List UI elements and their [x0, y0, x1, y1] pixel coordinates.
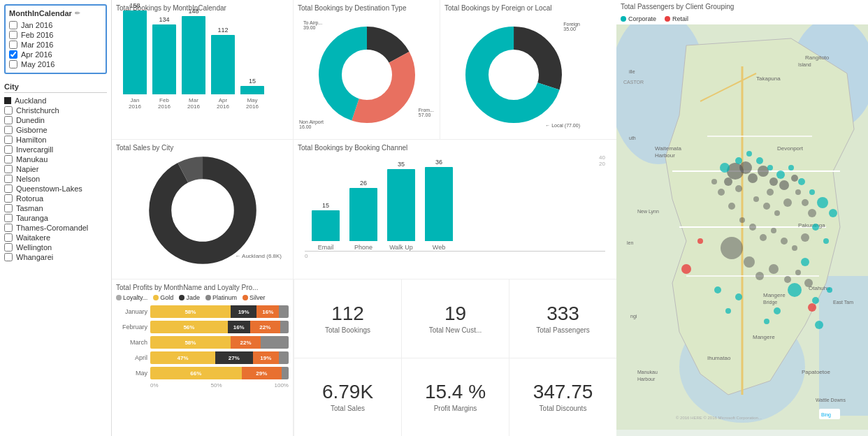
month-may-2016[interactable]: May 2016: [9, 59, 102, 69]
city-dunedin[interactable]: Dunedin: [4, 115, 107, 125]
teal-15: [788, 283, 802, 297]
legend-silver: Silver: [243, 294, 266, 301]
channel-axis-zero: 0: [305, 251, 605, 259]
month-mar-checkbox[interactable]: [9, 41, 17, 49]
point-22: [749, 224, 756, 231]
legend-loyalty: Loyalty...: [116, 294, 147, 301]
profit-axis-50: 50%: [211, 382, 222, 388]
city-christchurch-checkbox[interactable]: [4, 106, 13, 115]
city-hamilton-checkbox[interactable]: [4, 136, 13, 144]
city-gisborne[interactable]: Gisborne: [4, 125, 107, 135]
point-14: [763, 203, 770, 210]
channel-phone-bar: [349, 188, 377, 241]
city-thames-label: Thames-Coromandel: [16, 224, 88, 232]
filter-title: MonthInCalendar ✏: [9, 9, 102, 17]
profit-may-platinum: [282, 367, 289, 379]
city-thames-checkbox[interactable]: [4, 224, 13, 232]
city-wellington-checkbox[interactable]: [4, 243, 13, 252]
month-may-checkbox[interactable]: [9, 60, 17, 68]
month-feb-checkbox[interactable]: [9, 31, 17, 39]
month-apr-2016[interactable]: Apr 2016: [9, 50, 102, 59]
channel-phone: 26 Phone: [349, 180, 377, 251]
city-thames[interactable]: Thames-Coromandel: [4, 223, 107, 233]
city-waitakere-checkbox[interactable]: [4, 233, 13, 242]
point-29: [755, 272, 764, 280]
profit-row-jan: January 58% 19% 16%: [116, 305, 289, 318]
city-auckland[interactable]: Auckland: [4, 96, 107, 106]
city-rotorua-label: Rotorua: [16, 194, 43, 203]
city-nelson-checkbox[interactable]: [4, 175, 13, 183]
fl-label-foreign: Foreign35.00: [563, 22, 580, 31]
month-mar-2016[interactable]: Mar 2016: [9, 40, 102, 50]
label-wattle: Wattle Downs: [816, 398, 846, 402]
kpi-new-customers: 19 Total New Cust...: [402, 279, 509, 358]
charts-row2: Total Sales by City ← Auckland (6.8K) To…: [112, 140, 616, 279]
channel-web-bar: [425, 167, 453, 241]
legend-platinum-label: Platinum: [212, 294, 237, 301]
city-whangarei-checkbox[interactable]: [4, 253, 13, 261]
month-jan-2016[interactable]: Jan 2016: [9, 20, 102, 30]
auckland-dot: [4, 97, 11, 104]
foreign-local-chart: Total Bookings by Foreign or Local Forei…: [440, 0, 587, 139]
month-feb-2016[interactable]: Feb 2016: [9, 30, 102, 40]
sales-city-donut-container: ← Auckland (6.8K): [116, 154, 289, 266]
city-waitakere[interactable]: Waitakere: [4, 233, 107, 242]
city-gisborne-label: Gisborne: [16, 126, 48, 134]
label-papatoetoe: Papatoetoe: [802, 369, 830, 375]
map-copyright: © 2016 HERE © 2016 Microsoft Corporation…: [676, 416, 762, 420]
label-devonport: Devonport: [777, 145, 804, 152]
charts-row1: Total Bookings by MonthInCalendar 158 Ja…: [112, 0, 616, 140]
map-area: Waitemata Harbour Takapuna Rangitoto Isl…: [616, 24, 868, 430]
point-26: [792, 245, 797, 251]
point-large-center: [721, 237, 743, 259]
channel-walkup: 35 Walk Up: [387, 161, 415, 251]
city-manukau-checkbox[interactable]: [4, 155, 13, 164]
point-24: [771, 228, 776, 233]
city-nelson[interactable]: Nelson: [4, 174, 107, 184]
red-3: [697, 238, 703, 244]
city-tasman-checkbox[interactable]: [4, 204, 13, 212]
city-rotorua-checkbox[interactable]: [4, 194, 13, 203]
city-wellington[interactable]: Wellington: [4, 242, 107, 252]
city-rotorua[interactable]: Rotorua: [4, 194, 107, 203]
point-8: [767, 189, 774, 196]
point-33: [804, 279, 813, 287]
month-mar-label: Mar 2016: [21, 41, 53, 49]
city-christchurch[interactable]: Christchurch: [4, 106, 107, 115]
map-title: Total Passengers by Client Grouping: [616, 0, 868, 13]
city-tasman[interactable]: Tasman: [4, 203, 107, 213]
bar-feb: 134 Feb2016: [152, 16, 176, 110]
city-napier-checkbox[interactable]: [4, 165, 13, 173]
city-dunedin-checkbox[interactable]: [4, 116, 13, 124]
point-18: [802, 199, 809, 206]
month-apr-checkbox[interactable]: [9, 50, 17, 59]
point-7: [769, 177, 778, 186]
city-queenstown-checkbox[interactable]: [4, 184, 13, 193]
profit-jan-jade: 19%: [231, 305, 257, 318]
label-new-lynn: New Lynn: [637, 209, 659, 215]
city-invercargill[interactable]: Invercargill: [4, 145, 107, 154]
profit-may-silver: 29%: [242, 367, 282, 379]
point-13: [753, 196, 759, 202]
city-waitakere-label: Waitakere: [16, 233, 50, 242]
city-manukau[interactable]: Manukau: [4, 154, 107, 164]
point-9: [779, 180, 789, 190]
city-napier[interactable]: Napier: [4, 164, 107, 174]
profit-apr-jade: 27%: [215, 351, 252, 364]
profit-mar-gold: 58%: [150, 336, 231, 349]
city-tasman-label: Tasman: [16, 204, 43, 212]
bar-may-rect: [240, 86, 264, 94]
city-hamilton[interactable]: Hamilton: [4, 135, 107, 145]
point-28: [744, 256, 755, 268]
legend-retail-label: Retail: [672, 15, 688, 22]
kpi-passengers-label: Total Passengers: [536, 326, 590, 334]
legend-platinum: Platinum: [205, 294, 237, 301]
city-queenstown[interactable]: Queenstown-Lakes: [4, 184, 107, 194]
label-waitemata: Waitemata: [655, 145, 681, 152]
city-tauranga[interactable]: Tauranga: [4, 213, 107, 223]
month-jan-checkbox[interactable]: [9, 21, 17, 29]
city-invercargill-checkbox[interactable]: [4, 145, 13, 154]
city-gisborne-checkbox[interactable]: [4, 126, 13, 134]
city-whangarei[interactable]: Whangarei: [4, 252, 107, 262]
city-tauranga-checkbox[interactable]: [4, 214, 13, 222]
